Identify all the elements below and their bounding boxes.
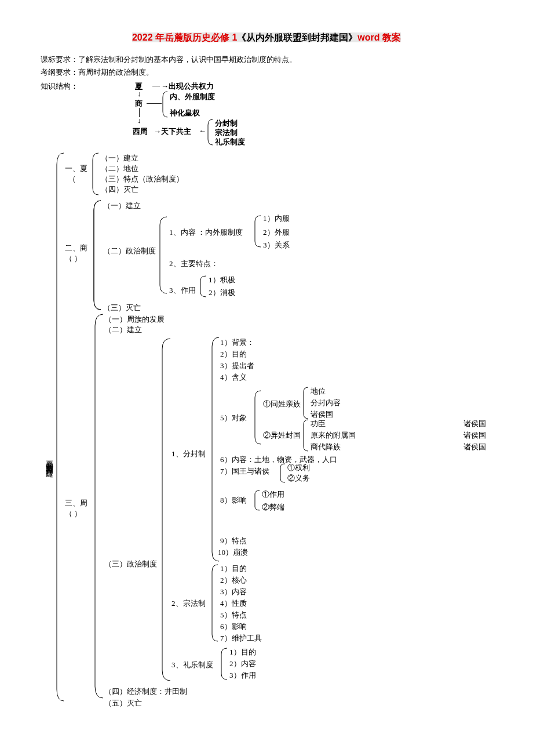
ff-2: 2）目的 bbox=[220, 349, 247, 359]
zf-5: 5）特点 bbox=[220, 610, 247, 620]
flow-xizhou: 西周 bbox=[133, 126, 148, 137]
ff-7b: ②义务 bbox=[287, 473, 310, 484]
sec-zhou-head: 三、周 bbox=[65, 498, 87, 508]
arrow-down-1: ↓ bbox=[137, 89, 141, 98]
ff-5-r3: 诸侯国 bbox=[463, 442, 486, 452]
ff-5-2b: 原来的附属国 bbox=[311, 430, 356, 441]
zf-4: 4）性质 bbox=[220, 598, 247, 609]
shang-c3: 3、作用 bbox=[169, 285, 196, 296]
shang-3: （三）灭亡 bbox=[103, 303, 141, 313]
arrow-left-1: ← bbox=[199, 126, 206, 135]
ff-5-1: ①同姓亲族 bbox=[263, 399, 301, 409]
ff-5-2c: 商代降族 bbox=[311, 442, 341, 452]
arrow-right-2: —— bbox=[147, 99, 162, 107]
shang-c3a: 1）积极 bbox=[209, 275, 235, 285]
zf-6: 6）影响 bbox=[220, 621, 247, 632]
sec-xia-paren: （ bbox=[68, 174, 76, 184]
ff-5-1a: 地位 bbox=[311, 386, 326, 397]
xia-1: （一）建立 bbox=[101, 153, 138, 163]
shang-2: （二）政治制度 bbox=[103, 246, 156, 256]
document-title: 2022 年岳麓版历史必修 1《从内外服联盟到封邦建国》word 教案 bbox=[41, 32, 492, 44]
shang-c2: 2、主要特点： bbox=[169, 259, 218, 269]
arrow-down-2: │ bbox=[137, 108, 142, 117]
structure-label: 知识结构： bbox=[41, 81, 78, 92]
zf-7: 7）维护工具 bbox=[220, 633, 262, 644]
zhou-5: （五）灭亡 bbox=[104, 698, 142, 708]
flow-liyue: 礼乐制度 bbox=[215, 137, 245, 147]
ff-8a: ①作用 bbox=[262, 489, 284, 500]
shang-c1: 1、内容 ：内外服制度 bbox=[169, 227, 243, 238]
ff-5-2a: 功臣 bbox=[311, 419, 326, 429]
zhou-1: （一）周族的发展 bbox=[104, 314, 165, 325]
ly-2: 2）内容 bbox=[229, 659, 256, 669]
sec-shang-paren: （ ） bbox=[65, 253, 82, 264]
arrow-down-3: ↓ bbox=[137, 116, 141, 125]
ff-10: 10）崩溃 bbox=[218, 547, 248, 558]
flow-public-power: →出现公共权力 bbox=[161, 81, 214, 92]
zhou-4: （四）经济制度：井田制 bbox=[104, 686, 187, 697]
ly-3: 3）作用 bbox=[229, 670, 256, 681]
zhou-2: （二）建立 bbox=[104, 325, 142, 335]
ff-5-1b: 分封内容 bbox=[311, 398, 341, 408]
shang-c1c: 3）关系 bbox=[263, 240, 290, 250]
xia-4: （四）灭亡 bbox=[101, 184, 138, 195]
requirement-1: 课标要求：了解宗法制和分封制的基本内容，认识中国早期政治制度的特点。 bbox=[41, 54, 492, 65]
vertical-label: 夏商制度与西周封建 bbox=[44, 455, 54, 465]
ff-5-2: ②异姓封国 bbox=[263, 430, 301, 441]
ff-8: 8）影响 bbox=[220, 495, 247, 506]
zf-1: 1）目的 bbox=[220, 564, 247, 574]
liyue-head: 3、礼乐制度 bbox=[171, 660, 213, 670]
title-main: 《从内外服联盟到封邦建国》 bbox=[237, 32, 357, 42]
sec-shang-head: 二、商 bbox=[65, 243, 87, 253]
flow-chart: 夏 — →出现公共权力 ↓ 商 —— 内、外服制度 神化皇权 │ ↓ 西周 →天… bbox=[83, 81, 430, 151]
fengfeng-head: 1、分封制 bbox=[171, 449, 206, 459]
zhou-3: （三）政治制度 bbox=[104, 559, 157, 569]
title-red-1: 2022 年岳麓版历史必修 1 bbox=[132, 32, 237, 42]
shang-c1b: 2）外服 bbox=[263, 227, 290, 238]
ff-1: 1）背景： bbox=[220, 337, 254, 348]
zongfa-head: 2、宗法制 bbox=[171, 598, 206, 609]
ff-6: 6）内容：土地，物资，武器，人口 bbox=[220, 455, 337, 465]
ff-7a: ①权利 bbox=[287, 463, 310, 473]
xia-2: （二）地位 bbox=[101, 163, 138, 174]
ff-4: 4）含义 bbox=[220, 372, 247, 383]
xia-3: （三）特点（政治制度） bbox=[101, 174, 184, 184]
flow-inner-outer: 内、外服制度 bbox=[170, 92, 215, 102]
sec-xia-head: 一、夏 bbox=[65, 163, 87, 174]
ff-9: 9）特点 bbox=[220, 536, 247, 546]
ff-8b: ②弊端 bbox=[262, 502, 284, 513]
shang-c3b: 2）消极 bbox=[209, 288, 235, 298]
ff-5-r1: 诸侯国 bbox=[463, 419, 486, 429]
zf-2: 2）核心 bbox=[220, 575, 247, 586]
ff-5: 5）对象 bbox=[220, 413, 247, 423]
requirement-2: 考纲要求：商周时期的政治制度。 bbox=[41, 67, 492, 78]
sec-zhou-paren: （ ） bbox=[65, 508, 82, 519]
title-red-2: word 教案 bbox=[357, 32, 401, 42]
shang-c1a: 1）内服 bbox=[263, 213, 290, 224]
arrow-right-1: — bbox=[152, 81, 160, 90]
flow-tianxia: →天下共主 bbox=[154, 126, 191, 137]
shang-1: （一）建立 bbox=[103, 201, 141, 211]
ff-5-r2: 诸侯国 bbox=[463, 430, 486, 441]
ff-7: 7）国王与诸侯 bbox=[220, 466, 269, 477]
zf-3: 3）内容 bbox=[220, 587, 247, 597]
ly-1: 1）目的 bbox=[229, 647, 256, 657]
flow-shenhua: 神化皇权 bbox=[170, 108, 200, 118]
ff-3: 3）提出者 bbox=[220, 361, 254, 371]
outline-tree: 夏商制度与西周封建 一、夏 （ （一）建立 （二）地位 （三）特点（政治制度） … bbox=[46, 153, 492, 710]
